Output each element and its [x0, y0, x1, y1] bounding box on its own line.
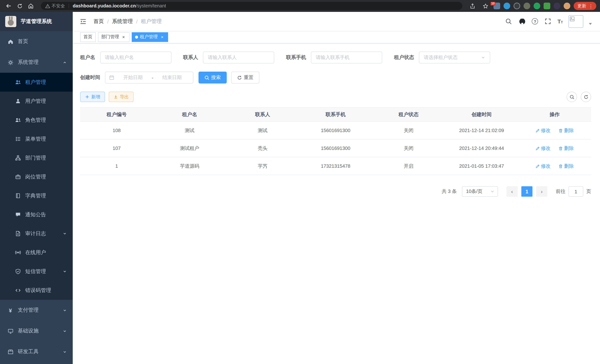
- next-page-button[interactable]: ›: [536, 186, 547, 197]
- sidebar-item-sms-mgmt[interactable]: 短信管理: [0, 262, 73, 281]
- page-size-select[interactable]: 10条/页: [462, 186, 498, 197]
- filter-tenant-name: 租户名 请输入租户名: [80, 52, 171, 64]
- active-tab-dot: [135, 36, 138, 38]
- sidebar-item-post-mgmt[interactable]: 岗位管理: [0, 167, 73, 186]
- delete-link[interactable]: 删除: [559, 127, 574, 134]
- chevron-up-icon: [63, 60, 67, 64]
- export-button[interactable]: 导出: [109, 92, 134, 102]
- cell-actions: 修改 删除: [518, 121, 591, 139]
- sidebar-item-dept-mgmt[interactable]: 部门管理: [0, 149, 73, 167]
- page-number-button[interactable]: 1: [521, 186, 533, 197]
- status-select[interactable]: 请选择租户状态: [419, 52, 490, 64]
- sidebar-fold-icon[interactable]: [78, 16, 88, 27]
- chevron-down-icon: [63, 350, 67, 354]
- viewport: 不安全 dashboard.yudao.iocoder.cn/system/te…: [0, 0, 600, 364]
- tab-close-icon[interactable]: ×: [121, 34, 126, 39]
- extension-icon[interactable]: [514, 3, 520, 9]
- sidebar-item-tenant-mgmt[interactable]: 租户管理: [0, 73, 73, 92]
- add-button[interactable]: 新增: [80, 92, 105, 102]
- chevron-down-icon: [63, 329, 67, 333]
- sidebar-item-online-users[interactable]: 在线用户: [0, 243, 73, 262]
- extension-badge: 10: [490, 2, 495, 6]
- filter-status: 租户状态 请选择租户状态: [394, 52, 490, 64]
- share-icon[interactable]: [468, 1, 477, 11]
- extension-icon[interactable]: [524, 3, 530, 9]
- fullscreen-icon[interactable]: [544, 17, 552, 25]
- search-button[interactable]: 搜索: [198, 72, 227, 84]
- delete-link-label: 删除: [564, 145, 574, 152]
- sidebar-item-dev-tools[interactable]: 研发工具: [0, 341, 73, 362]
- logo-rabbit-avatar: [5, 16, 16, 27]
- goto-page: 前往 页: [556, 186, 591, 197]
- toggle-search-button[interactable]: [567, 92, 577, 102]
- github-icon[interactable]: [518, 17, 526, 25]
- extension-icon[interactable]: [534, 3, 540, 9]
- extension-icon[interactable]: 10: [494, 3, 500, 9]
- edit-link[interactable]: 修改: [535, 127, 551, 134]
- reload-icon[interactable]: [15, 1, 25, 11]
- extension-icon[interactable]: [544, 3, 550, 9]
- table-row: 107 测试租户 秃头 15601691300 关闭 2021-12-14 20…: [80, 139, 591, 157]
- sidebar-item-menu-mgmt[interactable]: 菜单管理: [0, 130, 73, 149]
- extension-icon[interactable]: [564, 3, 570, 9]
- tab-close-icon[interactable]: ×: [159, 34, 165, 39]
- user-avatar[interactable]: [568, 15, 583, 28]
- refresh-table-button[interactable]: [581, 92, 591, 102]
- back-icon[interactable]: [4, 1, 13, 11]
- search-button-label: 搜索: [211, 74, 221, 81]
- breadcrumb-system[interactable]: 系统管理: [112, 18, 133, 25]
- prev-page-button[interactable]: ‹: [506, 186, 518, 197]
- sidebar-item-notice[interactable]: 通知公告: [0, 205, 73, 224]
- breadcrumb-separator: /: [107, 18, 109, 24]
- tab-dept-mgmt[interactable]: 部门管理 ×: [98, 32, 130, 42]
- mobile-input[interactable]: 请输入联系手机: [311, 52, 382, 64]
- sidebar-item-label: 用户管理: [25, 98, 46, 104]
- cell-tenant-name: 芋道源码: [153, 157, 226, 175]
- sidebar-item-system[interactable]: 系统管理: [0, 52, 73, 73]
- sidebar-item-role-mgmt[interactable]: 角色管理: [0, 111, 73, 130]
- tags-view: 首页 部门管理 × 租户管理 ×: [73, 31, 600, 43]
- sidebar-item-payment-mgmt[interactable]: ¥ 支付管理: [0, 300, 73, 321]
- app-title: 芋道管理系统: [21, 18, 52, 25]
- tab-home[interactable]: 首页: [80, 32, 96, 42]
- extension-icon[interactable]: [504, 3, 510, 9]
- goto-page-input[interactable]: [568, 186, 583, 197]
- sidebar-item-dict-mgmt[interactable]: 字典管理: [0, 186, 73, 205]
- sidebar-item-error-code-mgmt[interactable]: 错误码管理: [0, 281, 73, 300]
- sidebar-item-home[interactable]: 首页: [0, 31, 73, 52]
- cell-tenant-name: 测试租户: [153, 139, 226, 157]
- avatar-caret-icon[interactable]: [589, 23, 592, 25]
- contact-input[interactable]: 请输入联系人: [203, 52, 274, 64]
- sidebar-item-audit-log[interactable]: 审计日志: [0, 224, 73, 243]
- bookmark-star-icon[interactable]: [480, 1, 490, 11]
- help-icon[interactable]: ?: [532, 18, 538, 25]
- tab-tenant-mgmt[interactable]: 租户管理 ×: [132, 32, 168, 42]
- security-warning[interactable]: 不安全: [45, 3, 65, 9]
- filter-label: 联系手机: [286, 54, 306, 61]
- tenant-name-input[interactable]: 请输入租户名: [100, 52, 171, 64]
- search-icon: [569, 94, 574, 99]
- sidebar-item-infrastructure[interactable]: 基础设施: [0, 321, 73, 341]
- breadcrumb-home[interactable]: 首页: [94, 18, 104, 25]
- edit-link[interactable]: 修改: [535, 163, 551, 169]
- goto-suffix: 页: [586, 188, 591, 195]
- browser-update-button[interactable]: 更新 ⋮: [574, 2, 596, 10]
- sidebar-item-user-mgmt[interactable]: 用户管理: [0, 92, 73, 111]
- delete-link[interactable]: 删除: [559, 145, 574, 152]
- create-time-range-picker[interactable]: 开始日期 - 结束日期: [105, 72, 193, 84]
- font-size-icon[interactable]: TT: [558, 18, 563, 25]
- select-placeholder: 请选择租户状态: [424, 54, 458, 61]
- address-bar[interactable]: 不安全 dashboard.yudao.iocoder.cn/system/te…: [41, 2, 462, 10]
- edit-link[interactable]: 修改: [535, 145, 551, 152]
- reset-button[interactable]: 重置: [231, 72, 259, 84]
- gear-icon: [7, 59, 13, 65]
- home-icon[interactable]: [26, 1, 36, 11]
- browser-menu-icon[interactable]: ⋮: [589, 3, 593, 8]
- delete-link[interactable]: 删除: [559, 163, 574, 169]
- filter-contact: 联系人 请输入联系人: [183, 52, 274, 64]
- app-logo[interactable]: 芋道管理系统: [0, 12, 73, 31]
- extension-icon[interactable]: [554, 3, 560, 9]
- cell-created-at: 2021-12-14 20:49:44: [445, 139, 518, 157]
- header-search-icon[interactable]: [505, 17, 513, 25]
- org-tree-icon: [15, 155, 21, 161]
